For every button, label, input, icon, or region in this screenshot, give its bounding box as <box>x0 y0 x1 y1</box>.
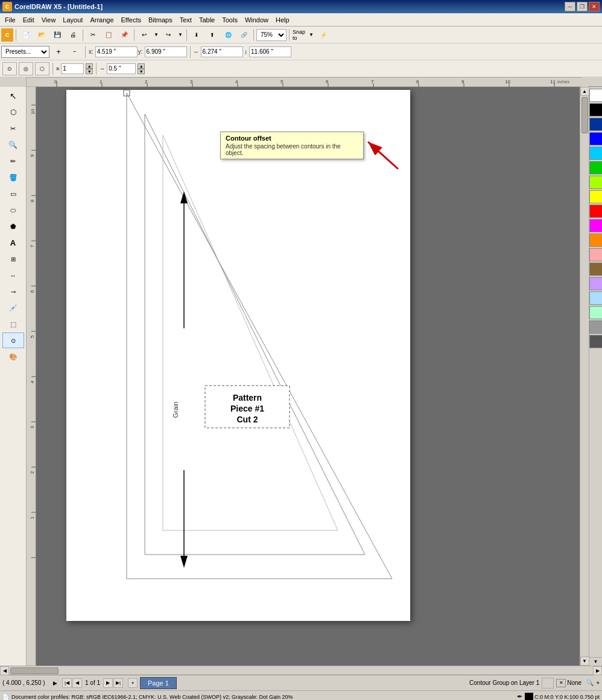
close-button[interactable]: ✕ <box>589 2 600 11</box>
offset-up-button[interactable]: ▲ <box>138 63 145 69</box>
menu-effects[interactable]: Effects <box>118 15 145 25</box>
connector-tool[interactable]: ⊸ <box>2 284 24 299</box>
contour-steps-input[interactable] <box>61 63 84 74</box>
zoom-tool[interactable]: 🔍 <box>2 137 24 153</box>
presets-dropdown[interactable]: Presets... <box>1 46 49 58</box>
redo-button[interactable]: ↪ <box>161 28 176 42</box>
color-black[interactable] <box>589 103 603 116</box>
menu-table[interactable]: Table <box>195 15 218 25</box>
palette-scroll-down[interactable]: ▼ <box>589 657 603 666</box>
steps-down-button[interactable]: ▼ <box>86 69 93 74</box>
color-cyan[interactable] <box>589 147 603 160</box>
menu-window[interactable]: Window <box>241 15 272 25</box>
hscroll-thumb[interactable] <box>10 667 59 674</box>
color-red[interactable] <box>589 205 603 218</box>
object-properties-button[interactable] <box>542 678 554 689</box>
rectangle-tool[interactable]: ▭ <box>2 186 24 202</box>
open-button[interactable]: 📂 <box>34 28 49 42</box>
color-light-blue[interactable] <box>589 291 603 305</box>
undo-button[interactable]: ↩ <box>137 28 151 42</box>
cut-button[interactable]: ✂ <box>86 28 100 42</box>
zoom-dropdown[interactable]: 75% <box>256 29 287 41</box>
undo-dropdown-button[interactable]: ▼ <box>153 28 160 42</box>
color-blue[interactable] <box>589 132 603 145</box>
to-center-button[interactable]: ⊙ <box>2 62 17 75</box>
ellipse-tool[interactable]: ⬭ <box>2 202 24 218</box>
import-button[interactable]: ⬇ <box>189 28 204 42</box>
menu-tools[interactable]: Tools <box>218 15 241 25</box>
menu-text[interactable]: Text <box>176 15 195 25</box>
last-page-button[interactable]: ▶| <box>113 678 123 688</box>
eyedropper-tool[interactable]: 💉 <box>2 300 24 316</box>
zoom-percent-display[interactable]: 🔍 <box>586 679 594 686</box>
menu-arrange[interactable]: Arrange <box>86 15 117 25</box>
color-dark-gray[interactable] <box>589 335 603 348</box>
width-input[interactable] <box>201 46 243 57</box>
restore-button[interactable]: ❐ <box>577 2 588 11</box>
freehand-tool[interactable]: ✏ <box>2 153 24 169</box>
steps-up-button[interactable]: ▲ <box>86 63 93 69</box>
menu-help[interactable]: Help <box>272 15 293 25</box>
hscroll-right-button[interactable]: ▶ <box>593 666 602 675</box>
delete-preset-button[interactable]: − <box>68 45 82 59</box>
copy-button[interactable]: 📋 <box>101 28 116 42</box>
polygon-tool[interactable]: ⬟ <box>2 218 24 234</box>
vscroll-down-button[interactable]: ▼ <box>580 657 589 666</box>
color-yellow-green[interactable] <box>589 176 603 189</box>
menu-bitmaps[interactable]: Bitmaps <box>145 15 176 25</box>
color-magenta[interactable] <box>589 219 603 232</box>
minimize-button[interactable]: ─ <box>565 2 575 11</box>
color-lavender[interactable] <box>589 277 603 290</box>
vscroll-thumb[interactable] <box>581 97 588 133</box>
contour-offset-input[interactable] <box>107 63 136 74</box>
table-tool[interactable]: ⊞ <box>2 251 24 267</box>
next-page-button[interactable]: ▶ <box>103 678 113 688</box>
paste-button[interactable]: 📌 <box>117 28 131 42</box>
new-button[interactable]: 📄 <box>19 28 33 42</box>
vscrollbar[interactable]: ▲ ▼ <box>580 87 589 666</box>
height-input[interactable] <box>249 46 291 57</box>
menu-layout[interactable]: Layout <box>59 15 86 25</box>
color-white[interactable] <box>589 89 603 102</box>
add-preset-button[interactable]: + <box>51 45 66 59</box>
crop-tool[interactable]: ✂ <box>2 121 24 136</box>
color-gray[interactable] <box>589 320 603 334</box>
zoom-in-button[interactable]: + <box>596 679 600 686</box>
select-tool[interactable]: ↖ <box>2 88 24 104</box>
first-page-button[interactable]: |◀ <box>62 678 72 688</box>
corel-logo-button[interactable]: C <box>1 28 13 42</box>
interactive-tool[interactable]: ⬚ <box>2 316 24 332</box>
redo-dropdown-button[interactable]: ▼ <box>177 28 184 42</box>
menu-edit[interactable]: Edit <box>19 15 38 25</box>
vscroll-up-button[interactable]: ▲ <box>580 87 589 96</box>
print-button[interactable]: 🖨 <box>66 28 80 42</box>
text-tool[interactable]: A <box>2 235 24 250</box>
dimension-tool[interactable]: ↔ <box>2 267 24 283</box>
prev-page-button[interactable]: ◀ <box>72 678 82 688</box>
inside-contour-button[interactable]: ◎ <box>19 62 33 75</box>
save-button[interactable]: 💾 <box>50 28 65 42</box>
offset-down-button[interactable]: ▼ <box>138 69 145 74</box>
export-button[interactable]: ⬆ <box>205 28 220 42</box>
snap-to-button[interactable]: Snap to <box>292 28 306 42</box>
contour-tool[interactable]: ⊙ <box>2 332 24 348</box>
color-blue-dark[interactable] <box>589 118 603 131</box>
color-orange[interactable] <box>589 234 603 247</box>
color-brown[interactable] <box>589 262 603 276</box>
add-page-button[interactable]: + <box>128 678 138 688</box>
x-input[interactable] <box>95 46 138 57</box>
hscroll-left-button[interactable]: ◀ <box>0 666 9 675</box>
menu-view[interactable]: View <box>38 15 60 25</box>
dynamic-guides-button[interactable]: ⚡ <box>316 28 331 42</box>
color-light-green[interactable] <box>589 306 603 319</box>
shape-tool[interactable]: ⬡ <box>2 104 24 120</box>
canvas-area[interactable]: Grain Pattern Piece #1 Cut 2 <box>36 87 580 666</box>
snap-dropdown-button[interactable]: ▼ <box>308 28 315 42</box>
color-green[interactable] <box>589 161 603 174</box>
color-pink[interactable] <box>589 248 603 261</box>
play-button[interactable]: ▶ <box>53 680 57 686</box>
color-yellow[interactable] <box>589 190 603 203</box>
fill-tool[interactable]: 🎨 <box>2 349 24 364</box>
smart-fill-tool[interactable]: 🪣 <box>2 170 24 185</box>
publish-button[interactable]: 🌐 <box>221 28 235 42</box>
